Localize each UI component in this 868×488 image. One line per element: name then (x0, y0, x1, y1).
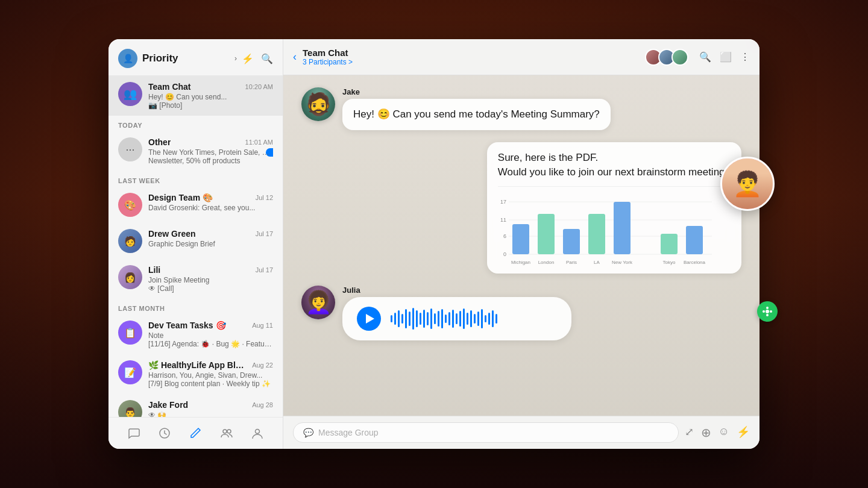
wave-bar (495, 314, 497, 324)
jake-bubble: Hey! 😊 Can you send me today's Meeting S… (342, 99, 611, 130)
message-placeholder: Message Group (318, 428, 668, 437)
wave-bar (456, 313, 458, 324)
participants-label[interactable]: 3 Participants > (303, 58, 639, 66)
audio-play-button[interactable] (357, 307, 381, 331)
chat-header-info: Team Chat 3 Participants > (303, 48, 639, 66)
svg-text:Paris: Paris (566, 260, 577, 265)
message-jake: 🧔 Jake Hey! 😊 Can you send me today's Me… (301, 87, 741, 130)
convo-team-chat[interactable]: 👥 Team Chat 10:20 AM Hey! 😊 Can you send… (108, 76, 283, 116)
participants-avatars (645, 49, 688, 66)
svg-point-4 (763, 310, 765, 313)
back-button[interactable]: ‹ (293, 51, 297, 63)
convo-dev-team[interactable]: 📋 Dev Team Tasks 🎯 Aug 11 Note [11/16] A… (108, 314, 283, 354)
add-icon[interactable]: ⊕ (701, 425, 711, 440)
input-icons: ⤢ ⊕ ☺ ⚡ (685, 425, 750, 440)
svg-rect-17 (512, 224, 529, 254)
nav-compose[interactable] (186, 424, 205, 443)
svg-rect-20 (588, 214, 605, 254)
message-input-box[interactable]: 💬 Message Group (293, 422, 679, 443)
design-team-name: Design Team 🎨 (148, 193, 213, 202)
jake-message-wrap: Jake Hey! 😊 Can you send me today's Meet… (342, 87, 611, 130)
julia-message-wrap: Julia (342, 286, 571, 340)
convo-jake-ford[interactable]: 👨 Jake Ford Aug 28 👁 🙌 (108, 394, 283, 417)
convo-drew-green[interactable]: 🧑 Drew Green Jul 17 Graphic Design Brief (108, 223, 283, 259)
healthylife-name: 🌿 HealthyLife App Blog 🌿 (148, 360, 248, 370)
healthylife-preview: Harrison, You, Angie, Sivan, Drew... (148, 371, 273, 380)
convo-healthylife[interactable]: 📝 🌿 HealthyLife App Blog 🌿 Aug 22 Harris… (108, 354, 283, 394)
bar-chart: 17 11 6 0 (498, 193, 715, 271)
convo-lili[interactable]: 👩 Lili Jul 17 Join Spike Meeting 👁 [Call… (108, 259, 283, 299)
svg-point-7 (227, 430, 231, 433)
convo-design-team[interactable]: 🎨 Design Team 🎨 Jul 12 David Grosenki: G… (108, 187, 283, 223)
svg-text:London: London (538, 260, 554, 265)
wave-bar (492, 310, 494, 327)
nav-profile[interactable] (248, 424, 267, 443)
green-action-button[interactable] (757, 301, 778, 322)
svg-text:0: 0 (503, 251, 506, 257)
julia-avatar: 👩‍🦱 (301, 286, 335, 319)
dev-team-avatar: 📋 (118, 321, 142, 345)
section-today: TODAY (108, 116, 283, 131)
sidebar-title: Priority (142, 52, 230, 64)
wave-bar (463, 308, 465, 329)
nav-history[interactable] (155, 424, 174, 443)
audio-bubble (342, 297, 571, 340)
wave-bar (459, 311, 461, 327)
wave-bar (477, 311, 479, 326)
wave-bar (416, 310, 418, 327)
wave-bar (441, 309, 443, 328)
jake-avatar: 🧔 (301, 87, 335, 121)
audio-waveform (391, 307, 557, 331)
jake-ford-avatar: 👨 (118, 400, 142, 417)
wave-bar (488, 313, 490, 325)
search-icon[interactable]: 🔍 (261, 53, 273, 64)
team-chat-name: Team Chat (148, 82, 191, 92)
wave-bar (438, 311, 439, 327)
nav-chat[interactable] (124, 424, 143, 443)
header-more-icon[interactable]: ⋮ (740, 51, 750, 63)
message-input-icon: 💬 (303, 428, 313, 437)
sidebar: 👤 Priority › ⚡ 🔍 👥 Team Chat 10:20 AM He… (108, 39, 283, 449)
drew-green-time: Jul 17 (256, 230, 273, 237)
svg-point-0 (766, 310, 769, 313)
filter-icon[interactable]: ⚡ (242, 53, 254, 64)
section-last-month: LAST MONTH (108, 299, 283, 314)
svg-rect-19 (563, 229, 580, 254)
other-preview: The New York Times, Protein Sale, 6 (148, 148, 273, 157)
team-chat-preview: Hey! 😊 Can you send... (148, 93, 273, 101)
participant-avatar-3 (671, 49, 688, 66)
svg-text:Michigan: Michigan (511, 260, 530, 265)
design-team-avatar: 🎨 (118, 193, 142, 217)
convo-other[interactable]: ··· Other 11:01 AM The New York Times, P… (108, 131, 283, 171)
bolt-icon[interactable]: ⚡ (737, 425, 750, 440)
emoji-icon[interactable]: ☺ (719, 425, 729, 440)
header-search-icon[interactable]: 🔍 (699, 51, 711, 63)
svg-point-6 (223, 430, 227, 433)
other-name: Other (148, 137, 171, 147)
jake-ford-preview: 👁 🙌 (148, 411, 273, 417)
messages-area: 🧔 Jake Hey! 😊 Can you send me today's Me… (283, 75, 760, 416)
wave-bar (420, 313, 421, 325)
team-chat-time: 10:20 AM (245, 83, 273, 90)
wave-bar (481, 309, 483, 328)
design-team-time: Jul 12 (256, 194, 273, 201)
wave-bar (398, 310, 400, 327)
priority-chevron[interactable]: › (234, 54, 237, 63)
svg-text:New York: New York (612, 260, 633, 265)
lili-preview: Join Spike Meeting (148, 276, 273, 284)
lili-name: Lili (148, 265, 160, 275)
jake-sender-name: Jake (342, 87, 611, 96)
expand-icon[interactable]: ⤢ (685, 425, 694, 440)
chat-header-icons: 🔍 ⬜ ⋮ (699, 51, 750, 63)
floating-user-avatar: 🧑‍🦱 (720, 157, 775, 211)
outgoing-message-wrap: Sure, here is the PDF.Would you like to … (487, 142, 741, 274)
header-video-icon[interactable]: ⬜ (720, 51, 732, 63)
wave-bar (412, 308, 414, 330)
nav-groups[interactable] (217, 424, 236, 443)
svg-text:11: 11 (500, 217, 506, 223)
jake-ford-time: Aug 28 (252, 401, 273, 408)
lili-preview2: 👁 [Call] (148, 284, 273, 293)
lili-time: Jul 17 (256, 266, 273, 274)
play-icon (366, 314, 374, 324)
wave-bar (423, 310, 425, 328)
